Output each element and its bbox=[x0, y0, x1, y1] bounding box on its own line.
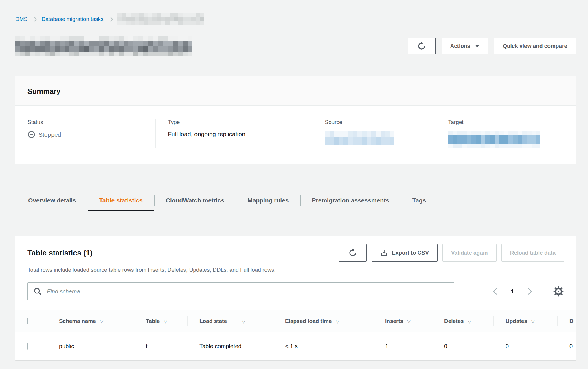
source-label: Source bbox=[325, 119, 424, 125]
download-icon bbox=[380, 249, 388, 257]
sort-icon[interactable]: ▽ bbox=[242, 319, 245, 324]
target-label: Target bbox=[448, 119, 564, 125]
summary-type-column: Type Full load, ongoing replication bbox=[155, 119, 312, 148]
next-page-button[interactable] bbox=[526, 289, 531, 294]
chevron-right-icon bbox=[108, 17, 113, 22]
statistics-table: Schema name▽ Table▽ Load state▽ Elapsed … bbox=[15, 310, 576, 360]
redacted-breadcrumb-current bbox=[117, 13, 204, 25]
reload-table-data-button[interactable]: Reload table data bbox=[501, 244, 564, 262]
cell-truncated: 0 bbox=[557, 332, 576, 360]
validate-again-label: Validate again bbox=[451, 250, 488, 256]
sort-icon[interactable]: ▽ bbox=[100, 319, 104, 324]
gear-icon bbox=[553, 286, 564, 297]
circle-minus-icon bbox=[27, 131, 35, 138]
table-statistics-description: Total rows include loaded source table r… bbox=[15, 262, 576, 273]
search-input[interactable] bbox=[46, 288, 449, 295]
summary-source-column: Source bbox=[313, 119, 436, 148]
schema-search bbox=[27, 282, 454, 300]
header-actions: Actions Quick view and compare bbox=[408, 38, 576, 54]
page-header: Actions Quick view and compare bbox=[15, 36, 576, 56]
actions-button[interactable]: Actions bbox=[442, 38, 488, 54]
status-text: Stopped bbox=[38, 131, 61, 138]
cell-table: t bbox=[134, 332, 187, 360]
sort-icon[interactable]: ▽ bbox=[407, 319, 411, 324]
select-all-cell bbox=[15, 310, 47, 332]
cell-schema-name: public bbox=[47, 332, 134, 360]
cell-load-state: Table completed bbox=[187, 332, 273, 360]
actions-button-label: Actions bbox=[450, 43, 471, 49]
column-header-schema-name[interactable]: Schema name▽ bbox=[47, 310, 134, 332]
tab-premigration-assessments[interactable]: Premigration assessments bbox=[300, 190, 401, 211]
tab-bar: Overview details Table statistics CloudW… bbox=[15, 190, 576, 211]
table-controls: 1 bbox=[15, 273, 576, 300]
sort-icon[interactable]: ▽ bbox=[531, 319, 535, 324]
table-refresh-button[interactable] bbox=[339, 244, 367, 262]
breadcrumb-link-tasks[interactable]: Database migration tasks bbox=[41, 16, 103, 22]
select-all-checkbox[interactable] bbox=[27, 318, 28, 324]
search-icon bbox=[33, 287, 42, 296]
column-header-elapsed-load-time[interactable]: Elapsed load time▽ bbox=[273, 310, 373, 332]
column-header-load-state[interactable]: Load state▽ bbox=[187, 310, 273, 332]
preferences-button[interactable] bbox=[553, 286, 564, 297]
pagination: 1 bbox=[494, 283, 564, 299]
export-to-csv-button[interactable]: Export to CSV bbox=[372, 244, 438, 262]
refresh-icon bbox=[417, 42, 426, 50]
chevron-right-icon bbox=[32, 17, 37, 22]
validate-again-button[interactable]: Validate again bbox=[442, 244, 497, 262]
quick-view-compare-button[interactable]: Quick view and compare bbox=[494, 38, 576, 54]
type-value: Full load, ongoing replication bbox=[168, 131, 301, 138]
redacted-target-link[interactable] bbox=[448, 131, 540, 148]
status-label: Status bbox=[27, 119, 144, 125]
column-header-deletes[interactable]: Deletes▽ bbox=[432, 310, 493, 332]
table-statistics-buttons: Export to CSV Validate again Reload tabl… bbox=[339, 244, 564, 262]
breadcrumb: DMS Database migration tasks bbox=[15, 13, 576, 25]
tab-tags[interactable]: Tags bbox=[401, 190, 438, 211]
table-statistics-title: Table statistics (1) bbox=[27, 249, 93, 257]
sort-icon[interactable]: ▽ bbox=[468, 319, 471, 324]
table-header-row: Schema name▽ Table▽ Load state▽ Elapsed … bbox=[15, 310, 576, 332]
summary-title: Summary bbox=[15, 76, 576, 106]
column-header-inserts[interactable]: Inserts▽ bbox=[373, 310, 432, 332]
row-select-cell bbox=[15, 332, 47, 360]
tab-mapping-rules[interactable]: Mapping rules bbox=[236, 190, 300, 211]
sort-icon[interactable]: ▽ bbox=[164, 319, 167, 324]
quick-view-compare-label: Quick view and compare bbox=[503, 43, 567, 49]
refresh-icon bbox=[348, 249, 357, 257]
summary-status-column: Status Stopped bbox=[15, 119, 155, 148]
previous-page-button[interactable] bbox=[494, 289, 499, 294]
breadcrumb-link-dms[interactable]: DMS bbox=[15, 16, 27, 22]
cell-updates: 0 bbox=[493, 332, 557, 360]
summary-body: Status Stopped Type Full load, ongoing r… bbox=[15, 106, 576, 164]
page-number: 1 bbox=[511, 288, 514, 295]
cell-deletes: 0 bbox=[432, 332, 493, 360]
redacted-task-name-title bbox=[15, 36, 192, 56]
type-label: Type bbox=[168, 119, 301, 125]
cell-elapsed-load-time: < 1 s bbox=[273, 332, 373, 360]
chevron-right-icon bbox=[525, 288, 532, 295]
table-statistics-card: Table statistics (1) Export to CSV Valid… bbox=[15, 236, 576, 360]
column-header-table[interactable]: Table▽ bbox=[134, 310, 187, 332]
tab-table-statistics[interactable]: Table statistics bbox=[88, 190, 154, 211]
summary-target-column: Target bbox=[436, 119, 576, 148]
cell-inserts: 1 bbox=[373, 332, 432, 360]
summary-card: Summary Status Stopped Type Full load, o… bbox=[15, 76, 576, 164]
table-row: public t Table completed < 1 s 1 0 0 0 bbox=[15, 332, 576, 360]
chevron-left-icon bbox=[493, 288, 500, 295]
status-value: Stopped bbox=[27, 131, 144, 138]
redacted-source-link[interactable] bbox=[325, 131, 394, 145]
refresh-button[interactable] bbox=[408, 38, 436, 54]
export-to-csv-label: Export to CSV bbox=[392, 250, 429, 256]
pagination-divider bbox=[543, 283, 543, 299]
reload-table-data-label: Reload table data bbox=[510, 250, 556, 256]
column-header-truncated[interactable]: D bbox=[557, 310, 576, 332]
tab-overview-details[interactable]: Overview details bbox=[15, 190, 88, 211]
sort-icon[interactable]: ▽ bbox=[336, 319, 339, 324]
column-header-updates[interactable]: Updates▽ bbox=[493, 310, 557, 332]
chevron-down-icon bbox=[475, 45, 479, 48]
row-checkbox[interactable] bbox=[27, 343, 28, 350]
tab-cloudwatch-metrics[interactable]: CloudWatch metrics bbox=[154, 190, 236, 211]
table-statistics-header: Table statistics (1) Export to CSV Valid… bbox=[15, 236, 576, 262]
